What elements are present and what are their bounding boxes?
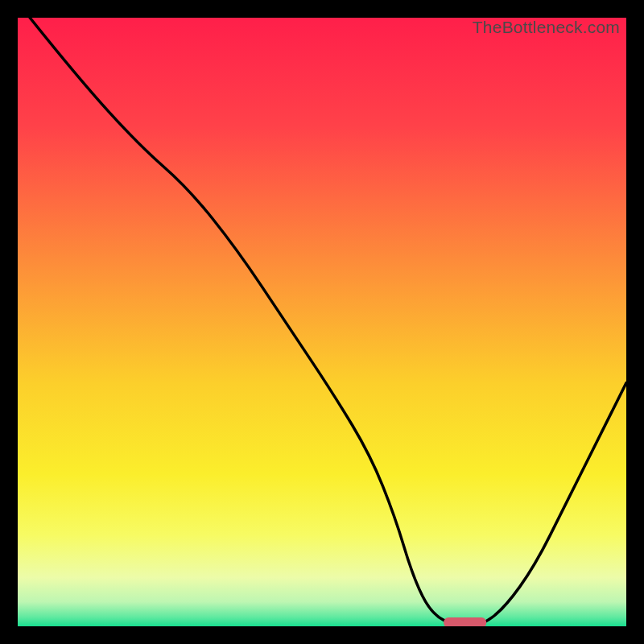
plot-area: TheBottleneck.com: [18, 18, 626, 626]
watermark-label: TheBottleneck.com: [473, 18, 620, 37]
gradient-background: [18, 18, 626, 626]
chart-frame: TheBottleneck.com: [0, 0, 644, 644]
optimal-range-marker: [444, 617, 486, 626]
bottleneck-chart: [18, 18, 626, 626]
